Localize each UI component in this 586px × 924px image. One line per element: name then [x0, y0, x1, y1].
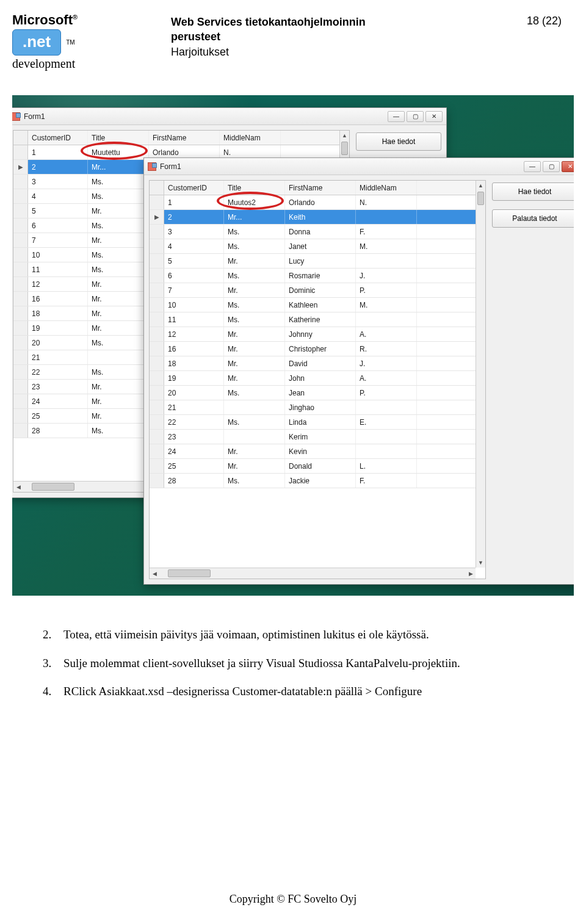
table-row[interactable]: 11Ms.Katherine — [150, 312, 485, 327]
scrollbar-vertical[interactable]: ▲ ▼ — [476, 181, 485, 568]
cell[interactable]: Linda — [285, 415, 356, 429]
cell[interactable]: David — [285, 356, 356, 370]
row-header[interactable] — [150, 386, 164, 400]
cell[interactable]: Orlando — [285, 195, 356, 209]
cell[interactable]: 10 — [28, 248, 88, 262]
table-row[interactable]: 19Mr.JohnA. — [150, 371, 485, 386]
cell[interactable]: Mr... — [88, 160, 149, 174]
cell[interactable]: Mr. — [88, 277, 149, 291]
cell[interactable]: 2 — [28, 160, 88, 174]
cell[interactable]: A. — [356, 371, 417, 385]
row-header[interactable] — [150, 474, 164, 488]
row-header[interactable] — [13, 321, 28, 335]
cell[interactable]: 28 — [28, 424, 88, 438]
cell[interactable]: 19 — [164, 371, 224, 385]
cell[interactable]: Keith — [285, 210, 356, 224]
row-header[interactable] — [150, 415, 164, 429]
table-row[interactable]: 6Ms.RosmarieJ. — [150, 269, 485, 283]
scroll-left-icon[interactable]: ◀ — [150, 568, 159, 579]
cell[interactable]: Mr... — [224, 210, 285, 224]
cell[interactable]: 18 — [28, 306, 88, 320]
cell[interactable]: Mr. — [88, 409, 149, 423]
cell[interactable]: Mr. — [224, 356, 285, 370]
row-header[interactable] — [150, 254, 164, 268]
row-header[interactable] — [13, 145, 28, 159]
table-row[interactable]: 3Ms.DonnaF. — [150, 225, 485, 239]
row-header[interactable] — [13, 248, 28, 262]
cell[interactable]: Ms. — [88, 218, 149, 233]
cell[interactable]: Rosmarie — [285, 269, 356, 283]
cell[interactable]: Ms. — [88, 248, 149, 262]
table-row[interactable]: 10Ms.KathleenM. — [150, 298, 485, 312]
cell[interactable]: Johnny — [285, 327, 356, 341]
cell[interactable]: Mr. — [224, 459, 285, 473]
cell[interactable]: 24 — [164, 444, 224, 458]
cell[interactable]: 3 — [164, 225, 224, 239]
row-header[interactable] — [13, 277, 28, 291]
cell[interactable]: 21 — [164, 400, 224, 414]
cell[interactable]: Mr. — [88, 233, 149, 247]
row-header[interactable] — [13, 365, 28, 379]
row-header[interactable] — [13, 292, 28, 306]
cell[interactable]: Lucy — [285, 254, 356, 268]
maximize-button[interactable]: ▢ — [543, 161, 560, 172]
cell[interactable]: Mr. — [88, 380, 149, 394]
cell[interactable]: 19 — [28, 321, 88, 335]
row-header[interactable] — [13, 218, 28, 233]
cell[interactable]: Mr. — [88, 321, 149, 335]
table-row[interactable]: 4Ms.JanetM. — [150, 239, 485, 254]
row-header[interactable] — [13, 204, 28, 218]
cell[interactable]: 11 — [164, 312, 224, 327]
cell[interactable]: Dominic — [285, 283, 356, 297]
row-header[interactable] — [13, 350, 28, 364]
cell[interactable]: 18 — [164, 356, 224, 370]
table-row[interactable]: 7Mr.DominicP. — [150, 283, 485, 298]
cell[interactable]: 21 — [28, 350, 88, 364]
cell[interactable]: Mr. — [224, 444, 285, 458]
table-row[interactable]: 28Ms.JackieF. — [150, 474, 485, 488]
row-header[interactable] — [13, 380, 28, 394]
cell[interactable]: Mr. — [88, 204, 149, 218]
row-header[interactable] — [150, 342, 164, 356]
cell[interactable]: Mr. — [88, 394, 149, 408]
cell[interactable] — [224, 430, 285, 444]
col-title[interactable]: Title — [88, 131, 149, 145]
hae-tiedot-button[interactable]: Hae tiedot — [492, 182, 574, 201]
cell[interactable]: 22 — [28, 365, 88, 379]
scroll-up-icon[interactable]: ▲ — [340, 131, 349, 140]
cell[interactable]: F. — [356, 474, 417, 488]
cell[interactable]: 5 — [164, 254, 224, 268]
cell[interactable]: 28 — [164, 474, 224, 488]
cell[interactable]: Ms. — [224, 474, 285, 488]
row-header[interactable] — [150, 312, 164, 327]
minimize-button[interactable]: — — [524, 161, 541, 172]
cell[interactable]: Muutos2 — [224, 195, 285, 209]
close-button[interactable]: ✕ — [562, 161, 574, 172]
table-row[interactable]: 1Muutos2OrlandoN. — [150, 195, 485, 210]
table-row[interactable]: 24Mr.Kevin — [150, 444, 485, 459]
table-row[interactable]: 25Mr.DonaldL. — [150, 459, 485, 474]
table-row[interactable]: 18Mr.DavidJ. — [150, 356, 485, 371]
table-row[interactable]: 21Jinghao — [150, 400, 485, 415]
row-header[interactable] — [13, 175, 28, 189]
cell[interactable]: N. — [356, 195, 417, 209]
row-header[interactable] — [150, 371, 164, 385]
scrollbar-horizontal[interactable]: ◀ ▶ — [150, 568, 476, 579]
row-header[interactable] — [150, 269, 164, 283]
cell[interactable]: Kathleen — [285, 298, 356, 312]
row-header[interactable] — [150, 327, 164, 341]
cell[interactable]: Ms. — [224, 312, 285, 327]
cell[interactable]: Ms. — [224, 239, 285, 253]
cell[interactable]: 7 — [28, 233, 88, 247]
hae-tiedot-button[interactable]: Hae tiedot — [356, 132, 441, 151]
cell[interactable]: Jinghao — [285, 400, 356, 414]
cell[interactable]: Katherine — [285, 312, 356, 327]
cell[interactable]: Kevin — [285, 444, 356, 458]
cell[interactable]: Ms. — [88, 336, 149, 350]
cell[interactable]: 25 — [28, 409, 88, 423]
cell[interactable]: Mr. — [224, 342, 285, 356]
cell[interactable]: A. — [356, 327, 417, 341]
row-header[interactable]: ▶ — [13, 160, 28, 174]
row-header[interactable] — [13, 262, 28, 276]
cell[interactable]: 7 — [164, 283, 224, 297]
